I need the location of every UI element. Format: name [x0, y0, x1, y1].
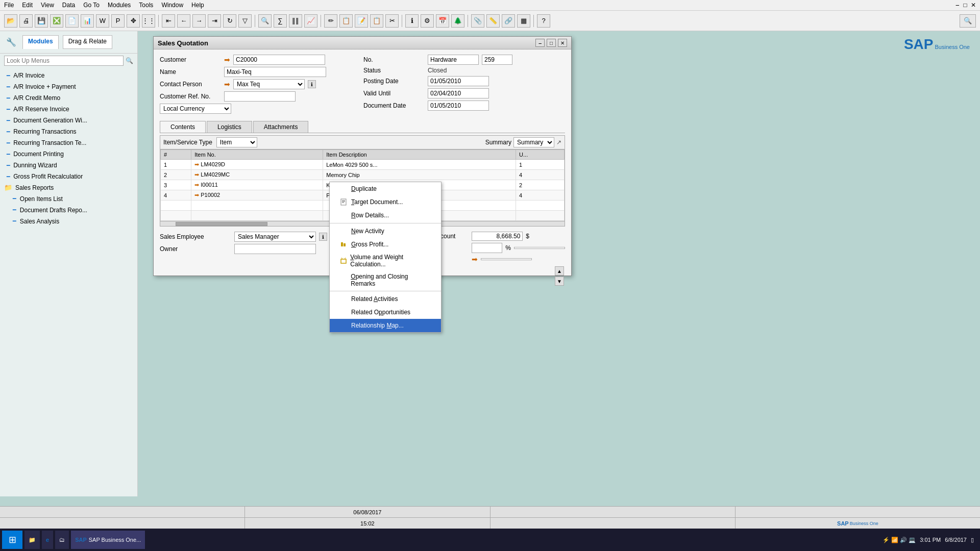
tb-paste[interactable]: 📋 [370, 14, 383, 28]
ctx-duplicate[interactable]: Duplicate [330, 182, 441, 195]
ctx-target-doc[interactable]: Target Document... [330, 195, 441, 209]
menu-data[interactable]: Data [62, 2, 75, 9]
tb-info[interactable]: ℹ [405, 14, 419, 28]
ctx-volume-weight[interactable]: Volume and Weight Calculation... [330, 251, 441, 270]
sidebar-item-recurring-te[interactable]: − Recurring Transaction Te... [0, 137, 137, 148]
tab-logistics[interactable]: Logistics [207, 121, 252, 133]
sales-emp-select[interactable]: Sales Manager [234, 232, 316, 242]
taskbar-browser[interactable]: e [42, 531, 53, 549]
menu-modules[interactable]: Modules [108, 2, 131, 9]
tb-doc[interactable]: 📄 [65, 14, 79, 28]
discount-input[interactable] [472, 243, 502, 253]
no-value-input[interactable] [482, 55, 512, 65]
tb-copy[interactable]: 📝 [355, 14, 368, 28]
taskbar-files[interactable]: 🗂 [55, 531, 69, 549]
tab-contents[interactable]: Contents [160, 121, 206, 133]
window-minimize[interactable]: ‒ [535, 39, 545, 47]
tb-save[interactable]: 💾 [35, 14, 48, 28]
menu-tools[interactable]: Tools [139, 2, 153, 9]
tb-cut[interactable]: ✂ [385, 14, 399, 28]
tb-tree[interactable]: 🌲 [451, 14, 464, 28]
ctx-new-activity[interactable]: New Activity [330, 224, 441, 238]
window-close[interactable]: ✕ [558, 39, 567, 47]
sidebar-item-sales-reports[interactable]: 📁 Sales Reports [0, 182, 137, 193]
sidebar-sub-doc-drafts[interactable]: − Document Drafts Repo... [0, 204, 137, 215]
tb-print[interactable]: 🖨 [19, 14, 33, 28]
sidebar-item-gross-profit[interactable]: − Gross Profit Recalculatior [0, 171, 137, 182]
name-input[interactable] [224, 67, 326, 77]
tb-search2[interactable]: 🔍 [258, 14, 272, 28]
owner-input[interactable] [234, 244, 316, 254]
tb-nav-last[interactable]: ⇥ [208, 14, 221, 28]
tb-filter[interactable]: ▽ [238, 14, 252, 28]
tb-extra4[interactable]: ▦ [517, 14, 530, 28]
menu-help[interactable]: Help [191, 2, 204, 9]
tb-nav-first[interactable]: ⇤ [162, 14, 175, 28]
tb-move[interactable]: ✥ [127, 14, 140, 28]
ctx-opening-closing[interactable]: Opening and Closing Remarks [330, 270, 441, 290]
sidebar-item-recurring[interactable]: − Recurring Transactions [0, 126, 137, 137]
tb-form[interactable]: 📋 [339, 14, 353, 28]
tb-extra2[interactable]: 📏 [486, 14, 500, 28]
start-button[interactable]: ⊞ [2, 531, 22, 549]
menu-edit[interactable]: Edit [22, 2, 33, 9]
tb-cols[interactable]: ‖‖ [289, 14, 302, 28]
menu-goto[interactable]: Go To [83, 2, 100, 9]
tb-search-global[interactable]: 🔍 [960, 14, 976, 28]
sales-emp-info[interactable]: ℹ [319, 233, 327, 241]
ctx-relationship-map[interactable]: Relationship Map... [330, 319, 441, 332]
expand-icon[interactable]: ↗ [556, 139, 561, 146]
tb-open[interactable]: 📂 [4, 14, 17, 28]
taskbar-file-manager[interactable]: 📁 [24, 531, 40, 549]
ref-input[interactable] [224, 91, 296, 102]
tb-word[interactable]: W [96, 14, 109, 28]
menu-file[interactable]: File [4, 2, 14, 9]
sidebar-search-input[interactable] [4, 56, 124, 66]
sidebar-item-doc-gen[interactable]: − Document Generation Wi... [0, 115, 137, 126]
sidebar-sub-sales-analysis[interactable]: − Sales Analysis [0, 215, 137, 227]
tb-calc[interactable]: ∑ [274, 14, 287, 28]
tb-pdf[interactable]: P [111, 14, 125, 28]
tab-modules[interactable]: Modules [22, 35, 59, 49]
sidebar-item-ar-invoice-payment[interactable]: − A/R Invoice + Payment [0, 81, 137, 92]
ctx-related-activities[interactable]: Related Activities [330, 292, 441, 306]
tb-extra3[interactable]: 🔗 [502, 14, 515, 28]
scrollbar-thumb[interactable] [176, 222, 267, 226]
tb-cal[interactable]: 📅 [436, 14, 449, 28]
sidebar-item-ar-reserve[interactable]: − A/R Reserve Invoice [0, 104, 137, 115]
tb-extra1[interactable]: 📎 [471, 14, 484, 28]
tb-nav-prev[interactable]: ← [177, 14, 190, 28]
taskbar-sap[interactable]: SAP SAP Business One... [71, 531, 145, 549]
ctx-related-opps[interactable]: Related Opportunities [330, 306, 441, 319]
tab-attachments[interactable]: Attachments [253, 121, 309, 133]
sidebar-item-dunning[interactable]: − Dunning Wizard [0, 160, 137, 171]
tb-grid[interactable]: ⋮⋮ [142, 14, 155, 28]
summary-select[interactable]: Summary [513, 137, 554, 147]
tb-chart[interactable]: 📈 [304, 14, 317, 28]
contact-info-icon[interactable]: ℹ [308, 80, 316, 88]
tb-edit-doc[interactable]: ✏ [324, 14, 337, 28]
sidebar-sub-open-items[interactable]: − Open Items List [0, 193, 137, 204]
window-restore[interactable]: □ [547, 39, 556, 47]
row-down-button[interactable]: ▼ [555, 277, 564, 286]
row-up-button[interactable]: ▲ [555, 266, 564, 276]
valid-input[interactable] [428, 88, 489, 98]
tab-drag-relate[interactable]: Drag & Relate [63, 35, 112, 49]
posting-input[interactable] [428, 76, 489, 86]
tb-nav-next[interactable]: → [192, 14, 206, 28]
show-desktop-icon[interactable]: ▯ [971, 537, 974, 543]
sidebar-item-ar-credit[interactable]: − A/R Credit Memo [0, 92, 137, 104]
tb-refresh[interactable]: ↻ [223, 14, 236, 28]
tb-help[interactable]: ? [537, 14, 550, 28]
menu-view[interactable]: View [41, 2, 54, 9]
contact-select[interactable]: Max Teq [233, 79, 305, 89]
tb-settings[interactable]: ⚙ [421, 14, 434, 28]
customer-input[interactable] [233, 55, 325, 65]
ctx-row-details[interactable]: Row Details... [330, 209, 441, 222]
sidebar-item-doc-print[interactable]: − Document Printing [0, 148, 137, 160]
item-type-select[interactable]: Item [216, 137, 257, 147]
tb-close[interactable]: ❎ [50, 14, 63, 28]
sidebar-item-ar-invoice[interactable]: − A/R Invoice [0, 70, 137, 81]
currency-select[interactable]: Local Currency [160, 104, 231, 114]
tb-excel[interactable]: 📊 [81, 14, 94, 28]
